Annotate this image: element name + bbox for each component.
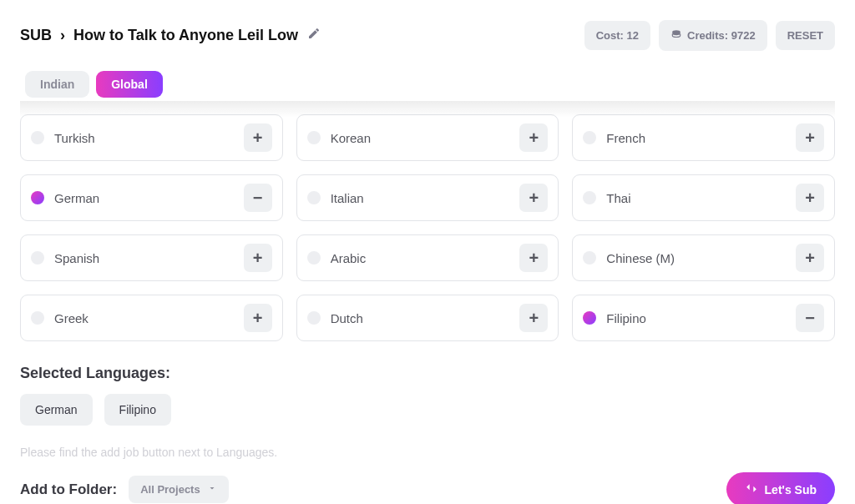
language-name: Arabic	[331, 251, 367, 265]
language-card-left: Thai	[583, 191, 630, 205]
remove-language-button[interactable]: −	[796, 304, 824, 332]
language-card-left: Dutch	[307, 311, 363, 325]
add-language-button[interactable]: +	[519, 123, 548, 152]
language-card[interactable]: Chinese (M)+	[572, 234, 835, 281]
breadcrumb-root[interactable]: SUB	[20, 27, 52, 44]
swap-icon	[745, 482, 758, 496]
language-name: Turkish	[54, 131, 95, 145]
language-dot-icon	[583, 131, 596, 144]
language-card-left: Korean	[307, 131, 371, 145]
tab-global[interactable]: Global	[96, 71, 163, 98]
reset-button[interactable]: RESET	[776, 21, 835, 50]
language-card-left: French	[583, 131, 645, 145]
language-card-left: Filipino	[583, 311, 646, 325]
remove-language-button[interactable]: −	[244, 184, 272, 212]
selected-languages-chips: GermanFilipino	[20, 394, 835, 426]
language-name: Dutch	[331, 311, 363, 325]
chevron-right-icon: ›	[60, 27, 65, 44]
language-name: Spanish	[54, 251, 99, 265]
add-language-button[interactable]: +	[244, 123, 272, 152]
add-language-button[interactable]: +	[519, 304, 548, 332]
language-name: French	[606, 131, 645, 145]
language-name: Filipino	[606, 311, 646, 325]
language-dot-icon	[307, 251, 321, 265]
language-dot-icon	[31, 311, 44, 325]
breadcrumb: SUB › How to Talk to Anyone Leil Lown	[20, 27, 321, 44]
edit-icon[interactable]	[307, 27, 321, 44]
language-card[interactable]: Greek+	[20, 295, 283, 341]
add-language-button[interactable]: +	[796, 123, 824, 152]
add-language-button[interactable]: +	[244, 244, 272, 272]
language-name: Thai	[606, 191, 630, 205]
tab-indian[interactable]: Indian	[25, 71, 89, 98]
chevron-down-icon	[207, 483, 217, 496]
language-grid: Turkish+Korean+French+German−Italian+Tha…	[20, 114, 835, 341]
coins-icon	[670, 28, 682, 43]
language-name: Italian	[331, 191, 364, 205]
language-card[interactable]: Korean+	[296, 114, 559, 161]
language-card[interactable]: Filipino−	[572, 295, 835, 341]
cost-badge: Cost: 12	[584, 21, 650, 50]
language-dot-icon	[31, 251, 44, 265]
tabs: Indian Global	[20, 71, 835, 98]
folder-dropdown[interactable]: All Projects	[129, 476, 229, 503]
language-dot-icon	[583, 311, 596, 325]
add-language-button[interactable]: +	[519, 184, 548, 212]
page-title: How to Talk to Anyone Leil Lown	[73, 27, 299, 44]
add-language-button[interactable]: +	[796, 244, 824, 272]
add-language-button[interactable]: +	[796, 184, 824, 212]
language-card-left: Spanish	[31, 251, 99, 265]
language-card[interactable]: Arabic+	[296, 234, 559, 281]
language-card[interactable]: Italian+	[296, 174, 559, 221]
selected-language-chip[interactable]: Filipino	[104, 394, 171, 426]
add-language-button[interactable]: +	[519, 244, 548, 272]
language-card[interactable]: Spanish+	[20, 234, 283, 281]
language-dot-icon	[31, 191, 44, 204]
lets-sub-button[interactable]: Let's Sub	[726, 472, 835, 504]
language-dot-icon	[307, 131, 321, 144]
language-dot-icon	[583, 251, 596, 265]
language-name: Greek	[54, 311, 89, 325]
language-card[interactable]: French+	[572, 114, 835, 161]
language-card-left: Chinese (M)	[583, 251, 675, 265]
language-card[interactable]: German−	[20, 174, 283, 221]
language-name: German	[54, 191, 99, 205]
hint-text: Please find the add job button next to L…	[20, 446, 835, 459]
language-card-left: German	[31, 191, 99, 205]
add-to-folder-row: Add to Folder: All Projects	[20, 476, 229, 503]
selected-language-chip[interactable]: German	[20, 394, 93, 426]
language-card[interactable]: Thai+	[572, 174, 835, 221]
language-card-left: Arabic	[307, 251, 367, 265]
language-dot-icon	[583, 191, 596, 204]
language-card-left: Italian	[307, 191, 364, 205]
language-name: Chinese (M)	[606, 251, 675, 265]
language-dot-icon	[307, 191, 321, 204]
add-language-button[interactable]: +	[244, 304, 272, 332]
language-card-left: Greek	[31, 311, 89, 325]
folder-label: Add to Folder:	[20, 481, 117, 498]
language-dot-icon	[31, 131, 44, 144]
language-dot-icon	[307, 311, 321, 325]
language-name: Korean	[331, 131, 371, 145]
language-card-left: Turkish	[31, 131, 95, 145]
credits-badge: Credits: 9722	[659, 20, 767, 51]
language-card[interactable]: Turkish+	[20, 114, 283, 161]
header-actions: Cost: 12 Credits: 9722 RESET	[584, 20, 835, 51]
language-card[interactable]: Dutch+	[296, 295, 559, 341]
selected-languages-title: Selected Languages:	[20, 365, 835, 382]
